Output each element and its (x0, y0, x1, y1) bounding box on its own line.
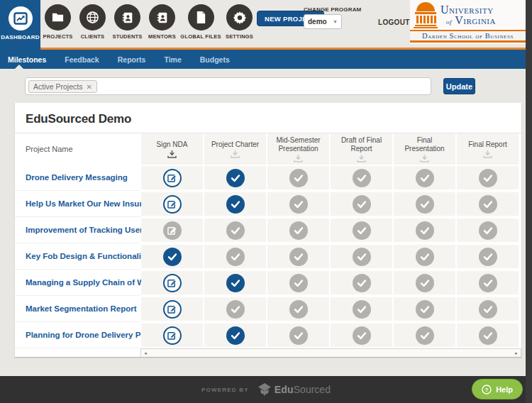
remove-filter-icon[interactable]: ✕ (86, 83, 92, 91)
edusourced-mark-icon (257, 382, 272, 397)
edit-milestone-icon[interactable] (163, 195, 182, 214)
milestone-cell (394, 219, 455, 242)
column-title: Project Charter (211, 140, 259, 149)
table-row: Planning for Drone Delivery Pilot (15, 322, 521, 348)
tab-budgets[interactable]: Budgets (200, 55, 230, 64)
project-link[interactable]: Planning for Drone Delivery Pilot (26, 331, 153, 339)
scroll-left-icon[interactable]: ◄ (143, 351, 148, 355)
pending-check-icon[interactable] (416, 169, 434, 187)
download-icon[interactable] (420, 155, 429, 162)
milestone-cell (141, 297, 203, 321)
nav-item-students[interactable]: STUDENTS (110, 4, 145, 40)
download-icon[interactable] (231, 150, 240, 158)
pending-check-icon[interactable] (416, 248, 434, 266)
pending-check-icon[interactable] (289, 169, 308, 187)
pending-check-icon[interactable] (226, 248, 245, 266)
pending-check-icon[interactable] (479, 274, 497, 292)
university-logo: University of Virginia Darden School of … (410, 0, 526, 44)
pending-check-icon[interactable] (416, 221, 434, 240)
pending-check-icon[interactable] (289, 195, 308, 214)
vertical-scrollbar[interactable] (526, 0, 532, 403)
pending-check-icon[interactable] (226, 300, 245, 319)
pending-check-icon[interactable] (479, 300, 497, 319)
milestone-cell (204, 245, 266, 268)
gear-icon (226, 4, 253, 31)
pending-check-icon[interactable] (353, 221, 371, 240)
project-link[interactable]: Market Segmentation Report (26, 304, 137, 313)
pending-check-icon[interactable] (479, 326, 497, 345)
tab-reports[interactable]: Reports (118, 55, 146, 64)
pending-check-icon[interactable] (289, 248, 308, 266)
pending-check-icon[interactable] (226, 221, 245, 240)
edusourced-text-bold: Edu (275, 384, 294, 395)
pending-check-icon[interactable] (353, 248, 371, 266)
main-nav: PROJECTSCLIENTSSTUDENTSMENTORSGLOBAL FIL… (40, 0, 257, 48)
project-link[interactable]: Drone Delivery Messaging (26, 173, 128, 182)
milestone-cell (394, 166, 455, 189)
pending-check-icon[interactable] (289, 300, 308, 319)
milestone-headers: Sign NDAProject CharterMid-Semester Pres… (140, 133, 519, 165)
column-header-draft-of-final-report: Draft of Final Report (330, 133, 393, 165)
horizontal-scrollbar[interactable]: ◄ ► (140, 348, 521, 357)
milestone-cell (331, 192, 392, 216)
pending-check-icon[interactable] (479, 248, 497, 266)
pending-check-icon[interactable] (416, 274, 434, 292)
sidebar-item-dashboard[interactable]: DASHBOARD (0, 0, 40, 50)
complete-check-icon[interactable] (226, 169, 245, 187)
pending-check-icon[interactable] (416, 300, 434, 319)
scroll-right-icon[interactable]: ► (514, 351, 519, 355)
footer: POWERED BY EduSourced (0, 376, 532, 403)
download-icon[interactable] (357, 155, 366, 162)
table-body: Drone Delivery MessagingHelp Us Market O… (15, 165, 521, 348)
help-button[interactable]: ? Help (472, 379, 523, 399)
complete-check-icon[interactable] (226, 195, 245, 214)
download-icon[interactable] (483, 150, 492, 158)
pending-check-icon[interactable] (353, 300, 371, 319)
powered-by-label: POWERED BY (201, 387, 249, 393)
rotunda-icon (414, 1, 438, 28)
download-icon[interactable] (294, 155, 303, 162)
pending-check-icon[interactable] (289, 274, 308, 292)
tab-feedback[interactable]: Feedback (65, 55, 99, 64)
nav-item-projects[interactable]: PROJECTS (40, 4, 75, 40)
nav-item-global-files[interactable]: GLOBAL FILES (179, 4, 222, 40)
milestone-cell (457, 192, 519, 216)
download-icon[interactable] (167, 150, 177, 158)
milestone-cell (331, 271, 392, 294)
edit-milestone-icon[interactable] (163, 326, 182, 345)
pending-check-icon[interactable] (416, 326, 434, 345)
column-header-final-presentation: Final Presentation (393, 133, 456, 165)
edit-milestone-icon[interactable] (163, 300, 182, 319)
pending-check-icon[interactable] (353, 274, 371, 292)
tab-time[interactable]: Time (164, 55, 181, 64)
complete-check-icon[interactable] (226, 274, 245, 292)
pending-check-icon[interactable] (479, 195, 497, 214)
nav-item-clients[interactable]: CLIENTS (75, 4, 110, 40)
edit-locked-icon[interactable] (163, 221, 182, 240)
update-button[interactable]: Update (443, 78, 475, 94)
active-tab-notch (15, 65, 23, 69)
project-filter-input[interactable]: Active Projects ✕ (25, 77, 431, 95)
pending-check-icon[interactable] (353, 326, 371, 345)
edit-milestone-icon[interactable] (163, 169, 182, 187)
program-select[interactable]: demo ▼ (304, 14, 342, 29)
edit-milestone-icon[interactable] (163, 274, 182, 292)
milestone-cell (267, 192, 329, 216)
pending-check-icon[interactable] (416, 195, 434, 214)
pending-check-icon[interactable] (479, 221, 497, 240)
pending-check-icon[interactable] (479, 169, 497, 187)
logout-button[interactable]: LOGOUT (378, 18, 410, 26)
dashboard-chart-icon (9, 6, 33, 31)
pending-check-icon[interactable] (289, 221, 308, 240)
milestone-cell (267, 324, 329, 347)
tab-milestones[interactable]: Milestones (8, 55, 46, 64)
nav-item-settings[interactable]: SETTINGS (222, 4, 257, 40)
complete-check-icon[interactable] (163, 248, 182, 266)
section-tabs: MilestonesFeedbackReportsTimeBudgets (0, 50, 526, 69)
pending-check-icon[interactable] (353, 169, 371, 187)
column-header-project-charter: Project Charter (204, 133, 267, 165)
pending-check-icon[interactable] (353, 195, 371, 214)
complete-check-icon[interactable] (226, 326, 245, 345)
pending-check-icon[interactable] (289, 326, 308, 345)
nav-item-mentors[interactable]: MENTORS (145, 4, 179, 40)
